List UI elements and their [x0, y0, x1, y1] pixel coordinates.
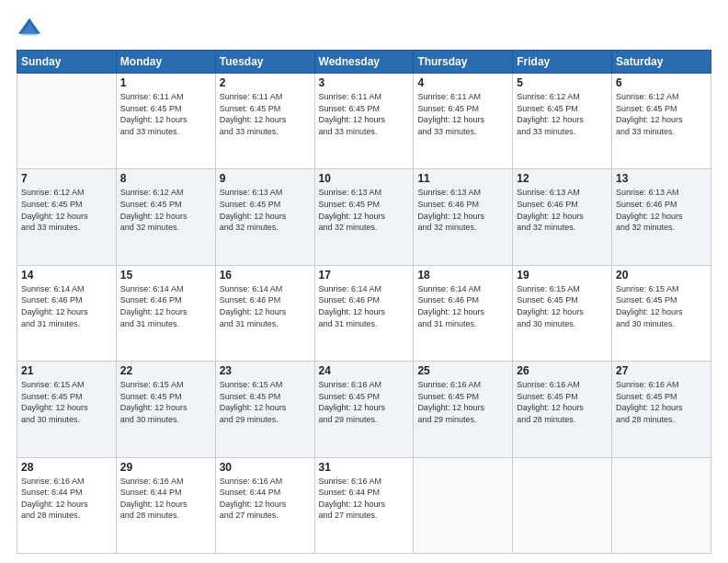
day-info: Sunrise: 6:12 AMSunset: 6:45 PMDaylight:…: [120, 187, 211, 233]
day-number: 3: [319, 76, 410, 89]
day-info: Sunrise: 6:15 AMSunset: 6:45 PMDaylight:…: [21, 379, 112, 425]
calendar-table: SundayMondayTuesdayWednesdayThursdayFrid…: [17, 50, 711, 554]
weekday-header-row: SundayMondayTuesdayWednesdayThursdayFrid…: [17, 51, 711, 74]
week-row-4: 21Sunrise: 6:15 AMSunset: 6:45 PMDayligh…: [17, 362, 711, 457]
week-row-3: 14Sunrise: 6:14 AMSunset: 6:46 PMDayligh…: [17, 265, 711, 361]
weekday-header-wednesday: Wednesday: [314, 51, 414, 74]
day-number: 6: [616, 76, 707, 89]
day-cell: 13Sunrise: 6:13 AMSunset: 6:46 PMDayligh…: [612, 169, 711, 265]
day-number: 30: [220, 461, 311, 474]
day-info: Sunrise: 6:11 AMSunset: 6:45 PMDaylight:…: [319, 91, 410, 137]
weekday-header-thursday: Thursday: [414, 51, 513, 74]
day-cell: 10Sunrise: 6:13 AMSunset: 6:45 PMDayligh…: [314, 169, 414, 265]
day-info: Sunrise: 6:14 AMSunset: 6:46 PMDaylight:…: [120, 283, 211, 329]
day-info: Sunrise: 6:12 AMSunset: 6:45 PMDaylight:…: [616, 91, 707, 137]
day-info: Sunrise: 6:13 AMSunset: 6:45 PMDaylight:…: [319, 187, 410, 233]
day-number: 9: [220, 172, 311, 185]
day-number: 20: [616, 269, 707, 282]
day-number: 29: [120, 461, 211, 474]
day-cell: [17, 74, 117, 169]
day-cell: 6Sunrise: 6:12 AMSunset: 6:45 PMDaylight…: [612, 74, 711, 169]
day-cell: [612, 457, 711, 553]
day-number: 14: [21, 269, 112, 282]
day-number: 22: [120, 364, 211, 377]
day-cell: 20Sunrise: 6:15 AMSunset: 6:45 PMDayligh…: [612, 265, 711, 361]
day-number: 2: [220, 76, 311, 89]
day-info: Sunrise: 6:16 AMSunset: 6:45 PMDaylight:…: [616, 379, 707, 425]
day-cell: 27Sunrise: 6:16 AMSunset: 6:45 PMDayligh…: [612, 362, 711, 457]
header: [17, 17, 711, 42]
day-info: Sunrise: 6:16 AMSunset: 6:44 PMDaylight:…: [120, 476, 211, 522]
day-info: Sunrise: 6:11 AMSunset: 6:45 PMDaylight:…: [120, 91, 211, 137]
logo: [17, 17, 46, 42]
day-cell: 5Sunrise: 6:12 AMSunset: 6:45 PMDaylight…: [513, 74, 612, 169]
day-cell: 12Sunrise: 6:13 AMSunset: 6:46 PMDayligh…: [513, 169, 612, 265]
day-number: 12: [517, 172, 608, 185]
day-cell: 18Sunrise: 6:14 AMSunset: 6:46 PMDayligh…: [414, 265, 513, 361]
day-number: 8: [120, 172, 211, 185]
day-cell: 1Sunrise: 6:11 AMSunset: 6:45 PMDaylight…: [116, 74, 215, 169]
day-cell: [513, 457, 612, 553]
day-info: Sunrise: 6:11 AMSunset: 6:45 PMDaylight:…: [220, 91, 311, 137]
day-cell: 7Sunrise: 6:12 AMSunset: 6:45 PMDaylight…: [17, 169, 117, 265]
day-number: 7: [21, 172, 112, 185]
day-cell: 22Sunrise: 6:15 AMSunset: 6:45 PMDayligh…: [116, 362, 215, 457]
day-cell: 21Sunrise: 6:15 AMSunset: 6:45 PMDayligh…: [17, 362, 117, 457]
day-cell: 28Sunrise: 6:16 AMSunset: 6:44 PMDayligh…: [17, 457, 117, 553]
day-cell: 16Sunrise: 6:14 AMSunset: 6:46 PMDayligh…: [215, 265, 314, 361]
day-info: Sunrise: 6:12 AMSunset: 6:45 PMDaylight:…: [21, 187, 112, 233]
day-number: 31: [319, 461, 410, 474]
day-number: 26: [517, 364, 608, 377]
day-number: 11: [417, 172, 508, 185]
day-info: Sunrise: 6:13 AMSunset: 6:46 PMDaylight:…: [517, 187, 608, 233]
day-number: 19: [517, 269, 608, 282]
day-info: Sunrise: 6:16 AMSunset: 6:45 PMDaylight:…: [319, 379, 410, 425]
day-number: 27: [616, 364, 707, 377]
day-number: 25: [417, 364, 508, 377]
day-cell: 24Sunrise: 6:16 AMSunset: 6:45 PMDayligh…: [314, 362, 414, 457]
day-number: 5: [517, 76, 608, 89]
day-number: 23: [220, 364, 311, 377]
day-info: Sunrise: 6:13 AMSunset: 6:45 PMDaylight:…: [220, 187, 311, 233]
day-info: Sunrise: 6:15 AMSunset: 6:45 PMDaylight:…: [220, 379, 311, 425]
day-cell: [414, 457, 513, 553]
weekday-header-sunday: Sunday: [17, 51, 117, 74]
day-info: Sunrise: 6:11 AMSunset: 6:45 PMDaylight:…: [417, 91, 508, 137]
day-info: Sunrise: 6:14 AMSunset: 6:46 PMDaylight:…: [21, 283, 112, 329]
day-info: Sunrise: 6:16 AMSunset: 6:44 PMDaylight:…: [319, 476, 410, 522]
week-row-2: 7Sunrise: 6:12 AMSunset: 6:45 PMDaylight…: [17, 169, 711, 265]
weekday-header-tuesday: Tuesday: [215, 51, 314, 74]
day-number: 28: [21, 461, 112, 474]
day-number: 1: [120, 76, 211, 89]
week-row-5: 28Sunrise: 6:16 AMSunset: 6:44 PMDayligh…: [17, 457, 711, 553]
day-info: Sunrise: 6:14 AMSunset: 6:46 PMDaylight:…: [220, 283, 311, 329]
day-info: Sunrise: 6:14 AMSunset: 6:46 PMDaylight:…: [417, 283, 508, 329]
logo-icon: [17, 17, 42, 42]
day-number: 21: [21, 364, 112, 377]
day-cell: 23Sunrise: 6:15 AMSunset: 6:45 PMDayligh…: [215, 362, 314, 457]
day-number: 4: [417, 76, 508, 89]
day-cell: 2Sunrise: 6:11 AMSunset: 6:45 PMDaylight…: [215, 74, 314, 169]
day-info: Sunrise: 6:14 AMSunset: 6:46 PMDaylight:…: [319, 283, 410, 329]
day-info: Sunrise: 6:12 AMSunset: 6:45 PMDaylight:…: [517, 91, 608, 137]
day-number: 10: [319, 172, 410, 185]
day-cell: 25Sunrise: 6:16 AMSunset: 6:45 PMDayligh…: [414, 362, 513, 457]
day-cell: 30Sunrise: 6:16 AMSunset: 6:44 PMDayligh…: [215, 457, 314, 553]
weekday-header-monday: Monday: [116, 51, 215, 74]
day-cell: 11Sunrise: 6:13 AMSunset: 6:46 PMDayligh…: [414, 169, 513, 265]
day-info: Sunrise: 6:16 AMSunset: 6:45 PMDaylight:…: [417, 379, 508, 425]
day-cell: 9Sunrise: 6:13 AMSunset: 6:45 PMDaylight…: [215, 169, 314, 265]
day-info: Sunrise: 6:16 AMSunset: 6:44 PMDaylight:…: [220, 476, 311, 522]
day-number: 18: [417, 269, 508, 282]
day-cell: 8Sunrise: 6:12 AMSunset: 6:45 PMDaylight…: [116, 169, 215, 265]
day-info: Sunrise: 6:16 AMSunset: 6:44 PMDaylight:…: [21, 476, 112, 522]
page: SundayMondayTuesdayWednesdayThursdayFrid…: [0, 0, 728, 563]
day-cell: 31Sunrise: 6:16 AMSunset: 6:44 PMDayligh…: [314, 457, 414, 553]
day-number: 24: [319, 364, 410, 377]
day-number: 13: [616, 172, 707, 185]
day-cell: 26Sunrise: 6:16 AMSunset: 6:45 PMDayligh…: [513, 362, 612, 457]
day-cell: 17Sunrise: 6:14 AMSunset: 6:46 PMDayligh…: [314, 265, 414, 361]
day-number: 15: [120, 269, 211, 282]
day-cell: 29Sunrise: 6:16 AMSunset: 6:44 PMDayligh…: [116, 457, 215, 553]
day-info: Sunrise: 6:13 AMSunset: 6:46 PMDaylight:…: [417, 187, 508, 233]
